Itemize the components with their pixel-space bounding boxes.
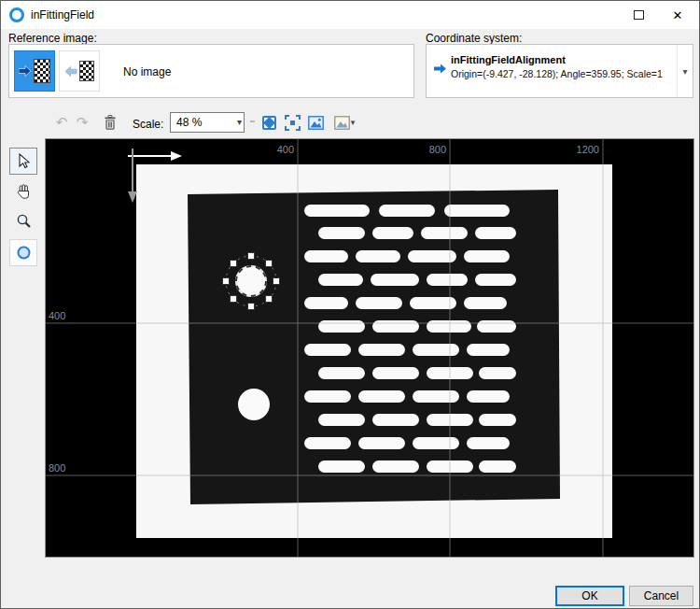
scale-value: 48 % <box>176 116 202 129</box>
dialog-window: inFittingField ✕ Reference image: Coordi… <box>0 0 700 609</box>
fit-to-window-icon <box>261 115 277 131</box>
plate-hole <box>238 389 270 420</box>
actual-size-button[interactable] <box>282 112 302 133</box>
chevron-down-icon: ▾ <box>237 117 242 127</box>
circle-tool-icon <box>16 245 32 261</box>
coordinate-dropdown-button[interactable]: ▾ <box>677 45 693 97</box>
zoom-tool-button[interactable] <box>9 207 37 234</box>
image-thumbnail-icon <box>79 61 94 81</box>
redo-button[interactable]: ↷ <box>72 112 92 133</box>
ruler-left-800: 800 <box>49 462 65 474</box>
window-title: inFittingField <box>31 8 94 21</box>
ruler-left-400: 400 <box>49 310 65 321</box>
select-tool-button[interactable] <box>9 148 37 175</box>
canvas-view: 400 800 1200 400 800 <box>46 139 693 557</box>
cursor-icon <box>16 153 31 169</box>
coordinate-system-entry: inFittingFieldAlignment Origin=(-9.427, … <box>434 54 674 79</box>
toolbar-separator <box>250 120 255 122</box>
trash-icon <box>104 115 117 130</box>
alignment-arrow-icon <box>434 64 447 75</box>
coordinate-system-combobox[interactable]: inFittingFieldAlignment Origin=(-9.427, … <box>426 44 693 98</box>
circle-roi-tool-button[interactable] <box>9 239 37 266</box>
image-thumbnail-icon <box>34 59 50 83</box>
ruler-top-400: 400 <box>277 144 294 155</box>
coordinate-system-label: Coordinate system: <box>426 32 522 45</box>
ok-button-label: OK <box>581 589 597 602</box>
reference-image-label: Reference image: <box>8 32 97 45</box>
maximize-icon <box>634 10 644 20</box>
fit-to-window-button[interactable] <box>259 112 279 133</box>
close-icon: ✕ <box>673 8 683 22</box>
arrow-into-image-icon <box>19 64 32 78</box>
alignment-details: Origin=(-9.427, -28.128); Angle=359.95; … <box>451 68 674 79</box>
scale-label: Scale: <box>133 118 163 131</box>
chevron-down-icon: ▾ <box>351 118 356 127</box>
magnifier-icon <box>16 213 32 229</box>
cancel-button-label: Cancel <box>644 589 679 602</box>
chevron-down-icon: ▾ <box>682 66 687 77</box>
reference-thumbnail-selected[interactable] <box>14 50 55 92</box>
title-bar: inFittingField ✕ <box>1 1 699 29</box>
undo-icon: ↶ <box>56 114 68 131</box>
pan-tool-button[interactable] <box>9 177 37 205</box>
alignment-name: inFittingFieldAlignment <box>451 54 674 65</box>
maximize-button[interactable] <box>619 1 658 29</box>
scale-combobox[interactable]: 48 % ▾ <box>170 112 245 133</box>
reference-thumbnail-alt[interactable] <box>59 50 100 92</box>
reference-image-box: No image <box>8 44 414 98</box>
cancel-button[interactable]: Cancel <box>629 586 693 606</box>
actual-size-icon <box>285 115 301 131</box>
undo-button[interactable]: ↶ <box>51 112 72 133</box>
image-icon <box>308 116 324 130</box>
ruler-top-800: 800 <box>429 144 446 155</box>
ruler-top-1200: 1200 <box>577 144 599 155</box>
app-icon <box>9 7 24 22</box>
image-overlay-icon <box>334 116 350 130</box>
delete-button[interactable] <box>100 112 120 133</box>
image-canvas[interactable]: 400 800 1200 400 800 <box>45 138 694 558</box>
close-button[interactable]: ✕ <box>658 1 697 29</box>
ok-button[interactable]: OK <box>555 586 624 606</box>
overlay-options-button[interactable]: ▾ <box>329 112 360 133</box>
image-display-button[interactable] <box>305 112 326 133</box>
redo-icon: ↷ <box>77 114 89 131</box>
no-image-text: No image <box>123 65 171 78</box>
arrow-into-image-icon <box>65 65 77 78</box>
hand-icon <box>16 183 31 199</box>
